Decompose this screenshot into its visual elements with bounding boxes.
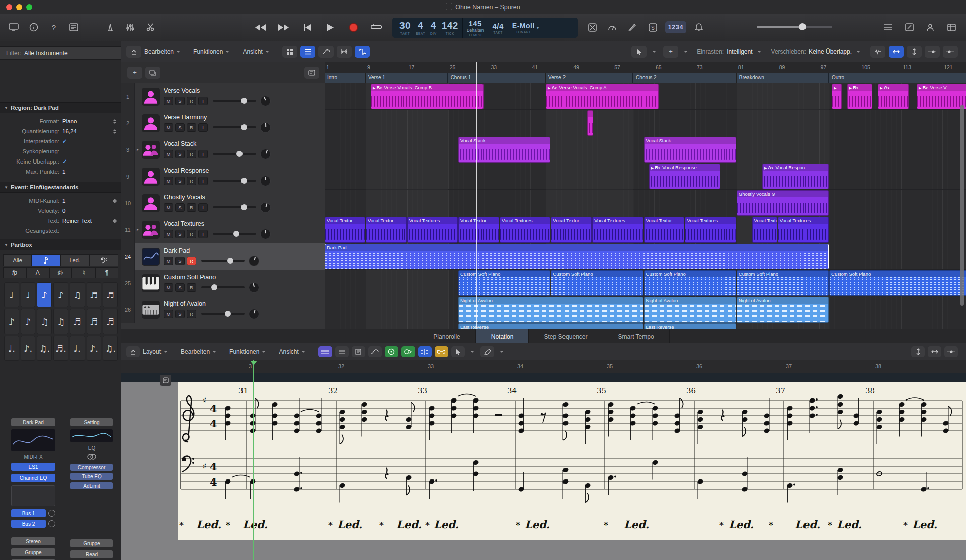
pointer-tool-icon[interactable] <box>631 46 647 58</box>
track-i-button[interactable]: I <box>198 177 208 185</box>
score-playhead[interactable] <box>253 360 254 560</box>
volume-knob[interactable] <box>241 204 247 210</box>
pointer-tool-editor-icon[interactable] <box>451 346 465 357</box>
track-volume-slider[interactable] <box>213 180 256 182</box>
region-vocal-textur[interactable]: Vocal Textur <box>752 217 777 243</box>
partbox-tab-note-icon[interactable] <box>32 254 60 266</box>
region-verse-v[interactable]: ▶B▾ Verse V <box>917 84 966 109</box>
track-s-button[interactable]: S <box>175 310 185 318</box>
track-header-verse-vocals[interactable]: 1Verse VocalsMSRI <box>121 83 325 110</box>
score-filter-icon[interactable] <box>160 375 171 386</box>
insert-slot-1[interactable]: Channel EQ <box>11 474 55 482</box>
crosshair-tool-icon[interactable]: + <box>663 46 678 58</box>
track-header-options-icon[interactable] <box>304 67 319 79</box>
partbox-note-cell[interactable]: ♫ <box>70 282 85 307</box>
region-custom-soft-piano[interactable]: Custom Soft Piano <box>737 270 829 296</box>
track-r-button[interactable]: R <box>187 150 196 158</box>
track-s-button[interactable]: S <box>175 123 185 132</box>
marker-breakdown[interactable]: Breakdown <box>737 73 829 83</box>
synth-track-icon[interactable] <box>142 301 160 319</box>
track-s-button[interactable]: S <box>175 97 185 105</box>
region-clip[interactable] <box>587 110 593 136</box>
partbox-symbol-4[interactable]: ¶ <box>95 267 118 278</box>
region-clip[interactable]: ▶A▾ <box>878 84 908 109</box>
track-m-button[interactable]: M <box>164 97 173 105</box>
strip-track-name-button[interactable]: Dark Pad <box>11 418 55 426</box>
send-bus-button[interactable]: Bus 2 <box>11 520 46 528</box>
menu-funktionen[interactable]: Funktionen <box>193 48 229 55</box>
field-value[interactable]: Piano <box>62 118 111 124</box>
region-vocal-response[interactable]: ▶B▾ Vocal Response <box>649 164 720 189</box>
list-editors-icon[interactable] <box>879 20 897 34</box>
inspector-field[interactable]: Gesangstext: <box>0 226 121 236</box>
partbox-note-cell[interactable]: ♬ <box>87 309 102 334</box>
inspector-field[interactable]: MIDI-Kanal:1 <box>0 196 121 206</box>
track-volume-slider[interactable] <box>213 126 256 128</box>
chevron-down-icon[interactable] <box>500 351 504 353</box>
field-value[interactable]: Reiner Text <box>62 218 111 224</box>
partbox-note-cell[interactable]: ♩ <box>21 282 36 307</box>
midi-out-icon[interactable] <box>401 346 415 357</box>
partbox-note-cell[interactable]: ♫. <box>37 336 52 361</box>
track-pan-knob[interactable] <box>249 256 259 266</box>
menu-funktionen-editor[interactable]: Funktionen <box>229 348 266 355</box>
master-volume-slider[interactable] <box>757 26 832 28</box>
automation-editor-icon[interactable] <box>368 346 382 357</box>
inspector-info-icon[interactable] <box>25 20 42 34</box>
insert-slot-0[interactable]: ES1 <box>11 463 55 471</box>
volume-knob[interactable] <box>211 284 217 290</box>
track-volume-slider[interactable] <box>201 313 245 315</box>
track-i-button[interactable]: I <box>198 150 208 158</box>
tab-notation[interactable]: Notation <box>476 329 529 344</box>
send-slot-1[interactable]: Bus 2 <box>11 520 55 528</box>
track-pan-knob[interactable] <box>249 309 259 319</box>
loop-browser-icon[interactable] <box>922 20 939 34</box>
track-header-night-of-avalon[interactable]: 26Night of AvalonMSR <box>121 296 325 324</box>
pad-track-icon[interactable] <box>142 248 160 266</box>
strip-right-automation-button[interactable]: Read <box>70 550 113 558</box>
vertical-zoom-icon[interactable] <box>907 46 922 58</box>
track-pan-knob[interactable] <box>260 176 271 186</box>
stepper-down-icon[interactable] <box>113 201 117 203</box>
inspector-field[interactable]: Keine Überlapp.:✓ <box>0 156 121 167</box>
arrange-canvas[interactable]: ▶B▾ Verse Vocals: Comp B▶A▾ Verse Vocals… <box>325 83 966 329</box>
vocal-track-icon[interactable] <box>142 168 160 186</box>
inspector-field[interactable]: Text:Reiner Text <box>0 216 121 226</box>
track-i-button[interactable]: I <box>198 97 208 105</box>
library-icon[interactable] <box>5 20 22 34</box>
partbox-tab-bassclef-icon[interactable] <box>90 254 118 266</box>
region-custom-soft-piano[interactable]: Custom Soft Piano <box>644 270 736 296</box>
track-i-button[interactable]: I <box>198 123 208 132</box>
lcd-display[interactable]: 30TAKT 4BEAT 4DIV 142TICK 145 Behalten T… <box>392 18 578 38</box>
score-ruler[interactable]: 3132333435363738 <box>121 360 966 374</box>
output-insert-0[interactable]: Compressor <box>70 464 113 471</box>
flex-icon[interactable] <box>337 46 352 58</box>
region-vocal-textures[interactable]: Vocal Textures <box>685 217 736 243</box>
editor-h-zoom-icon[interactable] <box>928 346 941 357</box>
hide-toolbar-icon[interactable] <box>126 46 141 58</box>
vocal-track-icon[interactable] <box>142 88 160 106</box>
region-night-of-avalon[interactable]: Night of Avalon <box>737 297 829 323</box>
inspector-field[interactable]: Quantisierung:16,24 <box>0 126 121 136</box>
partbox-symbol-0[interactable]: fp <box>3 267 26 278</box>
no-input-icon[interactable] <box>584 20 601 34</box>
region-vocal-textures[interactable]: Vocal Textures <box>778 217 829 243</box>
mixer-icon[interactable] <box>122 20 139 34</box>
rewind-button[interactable] <box>251 19 271 35</box>
track-s-button[interactable]: S <box>175 150 185 158</box>
send-level-knob[interactable] <box>48 520 55 527</box>
toolbar-list-icon[interactable] <box>65 20 83 34</box>
region-night-of-avalon[interactable]: Night of Avalon <box>458 297 643 323</box>
vocal-track-icon[interactable] <box>142 194 160 212</box>
partbox-tab-2[interactable]: Led. <box>61 254 90 266</box>
partbox-symbol-1[interactable]: A <box>26 267 49 278</box>
track-pan-knob[interactable] <box>260 202 271 213</box>
track-pan-knob[interactable] <box>260 229 271 239</box>
track-volume-slider[interactable] <box>201 286 245 288</box>
track-volume-slider[interactable] <box>213 233 256 235</box>
play-button[interactable] <box>320 19 340 35</box>
tab-smart-tempo[interactable]: Smart Tempo <box>603 329 670 344</box>
field-stepper[interactable] <box>111 219 118 223</box>
partbox-note-cell[interactable]: ♩. <box>4 336 19 361</box>
region-custom-soft-piano[interactable]: Custom Soft Piano <box>829 270 966 296</box>
